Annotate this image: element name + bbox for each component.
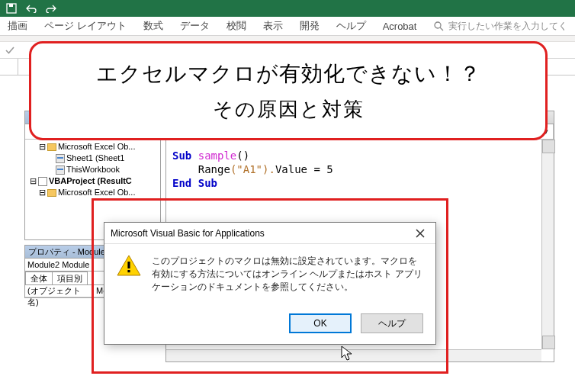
tree-item[interactable]: Microsoft Excel Ob... <box>58 187 135 198</box>
tree-item[interactable]: Sheet1 (Sheet1 <box>66 153 124 164</box>
tab-data[interactable]: データ <box>180 19 210 33</box>
col-spacer <box>0 59 18 75</box>
ok-button[interactable]: OK <box>289 313 352 333</box>
workbook-icon <box>56 165 65 175</box>
scrollbar-horizontal[interactable] <box>166 349 541 361</box>
tree-item[interactable]: VBAProject (ResultC <box>49 175 132 187</box>
help-button[interactable]: ヘルプ <box>361 313 423 333</box>
folder-icon <box>47 189 56 197</box>
redo-icon[interactable] <box>46 4 56 13</box>
tree-item[interactable]: ThisWorkbook <box>66 164 120 175</box>
dialog-message: このプロジェクトのマクロは無効に設定されています。マクロを有効にする方法について… <box>152 255 423 294</box>
svg-line-3 <box>440 27 443 31</box>
dialog-button-row: OK ヘルプ <box>104 307 435 344</box>
svg-rect-6 <box>127 270 130 272</box>
dialog-title-text: Microsoft Visual Basic for Applications <box>111 228 265 239</box>
sheet-icon <box>56 154 65 163</box>
properties-tab-category[interactable]: 項目別 <box>52 272 88 284</box>
dialog-close-button[interactable] <box>411 226 429 241</box>
tab-page-layout[interactable]: ページ レイアウト <box>44 19 127 33</box>
undo-icon[interactable] <box>26 4 37 13</box>
project-tree[interactable]: ⊟Microsoft Excel Ob... Sheet1 (Sheet1 Th… <box>25 140 160 200</box>
scrollbar-vertical[interactable] <box>541 140 554 349</box>
vba-warning-dialog: Microsoft Visual Basic for Applications … <box>104 222 436 345</box>
tab-acrobat[interactable]: Acrobat <box>383 21 417 32</box>
search-icon <box>434 21 444 31</box>
tab-view[interactable]: 表示 <box>263 19 283 33</box>
save-icon[interactable] <box>6 3 17 14</box>
warning-icon <box>117 255 141 276</box>
excel-titlebar <box>0 0 575 17</box>
svg-point-2 <box>435 22 441 28</box>
dialog-titlebar: Microsoft Visual Basic for Applications <box>104 223 435 244</box>
properties-tab-all[interactable]: 全体 <box>25 272 53 284</box>
tab-formulas[interactable]: 数式 <box>143 19 163 33</box>
tab-developer[interactable]: 開発 <box>300 19 320 33</box>
formula-check-icon <box>5 45 15 56</box>
minus-icon[interactable]: ⊟ <box>39 141 46 153</box>
dialog-body: このプロジェクトのマクロは無効に設定されています。マクロを有効にする方法について… <box>104 244 435 307</box>
vbaproject-icon <box>38 177 47 186</box>
prop-name-label: (オブジェクト名) <box>25 285 94 297</box>
code-editor[interactable]: Sub sample() Range("A1").Value = 5 End S… <box>166 140 554 199</box>
tree-item[interactable]: Microsoft Excel Ob... <box>58 141 135 153</box>
annotation-callout: エクセルマクロが有効化できない！？ その原因と対策 <box>29 41 548 140</box>
search-placeholder: 実行したい作業を入力してく <box>448 20 567 33</box>
svg-rect-1 <box>9 4 13 7</box>
tell-me-search[interactable]: 実行したい作業を入力してく <box>434 20 567 33</box>
tab-help[interactable]: ヘルプ <box>336 19 366 33</box>
tab-review[interactable]: 校閲 <box>226 19 246 33</box>
minus-icon[interactable]: ⊟ <box>39 187 46 198</box>
callout-line2: その原因と対策 <box>213 96 365 123</box>
callout-line1: エクセルマクロが有効化できない！？ <box>96 59 481 88</box>
ribbon-tabs: 描画 ページ レイアウト 数式 データ 校閲 表示 開発 ヘルプ Acrobat… <box>0 17 575 36</box>
minus-icon[interactable]: ⊟ <box>30 175 37 187</box>
tab-draw[interactable]: 描画 <box>8 19 27 33</box>
folder-icon <box>47 143 56 151</box>
svg-rect-5 <box>127 262 130 268</box>
